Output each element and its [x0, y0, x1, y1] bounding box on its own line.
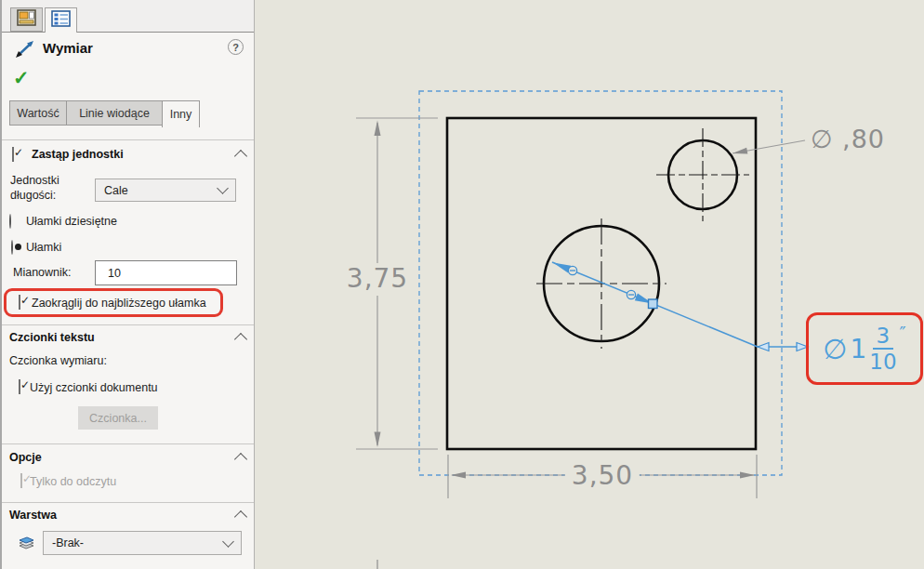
- panel-title: Wymiar: [43, 40, 93, 56]
- collapse-chevron-icon[interactable]: [234, 510, 247, 523]
- arrowhead: [375, 432, 381, 448]
- arrowhead: [732, 148, 747, 157]
- decimal-fractions-radio[interactable]: [9, 214, 11, 229]
- separator: [2, 324, 254, 325]
- collapse-chevron-icon[interactable]: [234, 333, 247, 346]
- chevron-down-icon: [222, 536, 234, 548]
- denominator-label: Mianownik:: [13, 266, 72, 279]
- ok-check-icon[interactable]: [13, 68, 30, 87]
- dimension-font-label: Czcionka wymiaru:: [9, 354, 107, 367]
- selected-dim-whole: 1: [850, 334, 866, 364]
- arrowhead: [451, 472, 466, 479]
- fractions-label[interactable]: Ułamki: [26, 241, 61, 254]
- vertical-dim-text[interactable]: 3,75: [347, 263, 408, 294]
- fractions-radio[interactable]: [11, 240, 13, 255]
- arrowhead: [740, 472, 755, 479]
- tab-wartosc[interactable]: Wartość: [9, 100, 67, 126]
- length-units-label: Jednostki długości:: [10, 173, 92, 203]
- separator: [2, 502, 254, 503]
- dimension-icon: [14, 39, 35, 62]
- tab-propertymanager[interactable]: [10, 7, 43, 32]
- tab-properties[interactable]: [45, 7, 77, 33]
- use-document-font-label[interactable]: Użyj czcionki dokumentu: [30, 381, 158, 394]
- read-only-checkbox: [20, 473, 22, 488]
- text-fonts-header[interactable]: Czcionki tekstu: [9, 331, 95, 344]
- inch-mark: ″: [900, 323, 906, 343]
- propertymanager-tab-icon: [17, 9, 37, 30]
- length-units-value: Cale: [104, 184, 128, 197]
- layer-header[interactable]: Warstwa: [9, 509, 57, 522]
- tab-label: Inny: [170, 108, 192, 121]
- small-diameter-leader[interactable]: [732, 140, 805, 156]
- fraction-numerator: 3: [873, 324, 894, 350]
- collapse-chevron-icon[interactable]: [234, 453, 247, 466]
- round-to-fraction-checkbox[interactable]: [19, 295, 20, 310]
- open-arrowhead: [758, 343, 769, 351]
- tab-label: Wartość: [17, 107, 59, 120]
- selected-dim-red-highlight[interactable]: ∅ 1 3 10 ″: [806, 312, 923, 385]
- tab-linie-wiodace[interactable]: Linie wiodące: [66, 100, 163, 126]
- read-only-label: Tylko do odczytu: [30, 475, 116, 488]
- round-to-fraction-label[interactable]: Zaokrąglij do najbliższego ułamka: [32, 297, 206, 310]
- override-units-checkbox[interactable]: [12, 147, 14, 162]
- panel-tab-bar: [2, 6, 254, 33]
- denominator-input[interactable]: 10: [95, 260, 237, 285]
- horizontal-dim-text[interactable]: 3,50: [565, 460, 640, 491]
- help-icon[interactable]: [228, 39, 244, 55]
- use-document-font-checkbox[interactable]: [19, 379, 20, 394]
- drag-square-handle: [649, 299, 658, 309]
- selected-dim-fraction: 3 10: [869, 324, 896, 373]
- layer-value: -Brak-: [52, 536, 84, 549]
- tab-inny[interactable]: Inny: [162, 100, 200, 127]
- denominator-value: 10: [108, 267, 121, 280]
- layer-dropdown[interactable]: -Brak-: [43, 531, 242, 555]
- properties-list-tab-icon: [51, 10, 72, 31]
- layers-icon: [15, 533, 37, 554]
- override-units-header[interactable]: Zastąp jednostki: [32, 148, 124, 161]
- decimal-fractions-label[interactable]: Ułamki dziesiętne: [26, 215, 117, 228]
- small-diameter-dim-text[interactable]: ∅ ,80: [811, 125, 885, 153]
- chevron-down-icon: [217, 182, 229, 194]
- font-button: Czcionka...: [78, 406, 158, 430]
- tab-label: Linie wiodące: [79, 107, 150, 120]
- collapse-chevron-icon[interactable]: [234, 150, 247, 163]
- diameter-symbol: ∅: [823, 333, 847, 365]
- property-manager-panel: Wymiar Wartość Linie wiodące Inny Zastąp…: [0, 0, 255, 569]
- separator: [2, 443, 254, 444]
- options-header[interactable]: Opcje: [9, 451, 42, 464]
- font-button-label: Czcionka...: [89, 412, 147, 425]
- fraction-denominator: 10: [869, 350, 896, 373]
- arrowhead: [375, 121, 381, 137]
- separator: [2, 139, 254, 140]
- selected-diameter-dimension[interactable]: [551, 259, 808, 351]
- length-units-dropdown[interactable]: Cale: [95, 179, 236, 202]
- drawing-canvas[interactable]: 3,75 3,50 ∅ ,80 ∅ 1 3 10 ″: [255, 0, 924, 569]
